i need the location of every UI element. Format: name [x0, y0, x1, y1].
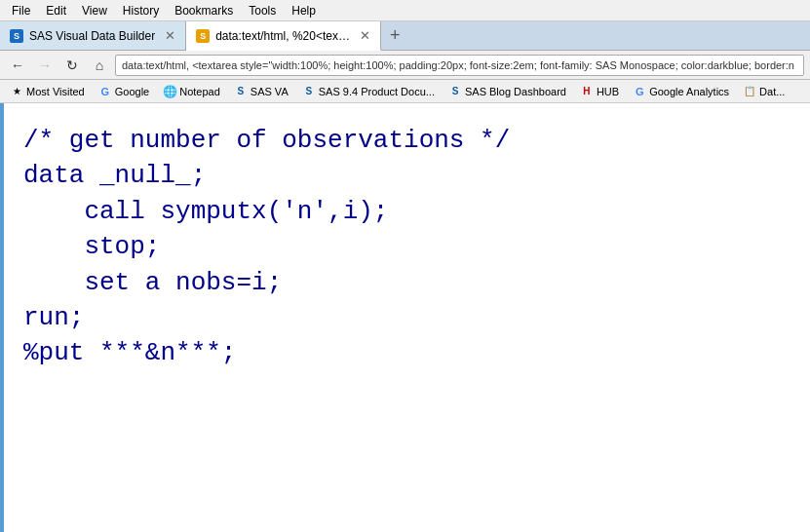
- content-wrapper: [0, 103, 810, 532]
- browser-window: File Edit View History Bookmarks Tools H…: [0, 0, 810, 532]
- bookmark-google-analytics[interactable]: G Google Analytics: [627, 83, 735, 100]
- tab-close-sas[interactable]: ✕: [165, 28, 175, 43]
- tab-data-text[interactable]: S data:text/html, %20<textarea%20... ✕: [186, 21, 381, 51]
- forward-button[interactable]: →: [33, 54, 57, 77]
- tab-close-data[interactable]: ✕: [360, 28, 370, 43]
- tab-sas-visual[interactable]: S SAS Visual Data Builder ✕: [0, 21, 186, 50]
- tab-icon-data: S: [196, 29, 210, 43]
- bookmark-label: Most Visited: [26, 86, 85, 97]
- globe-icon: 🌐: [163, 85, 176, 98]
- tab-label-sas: SAS Visual Data Builder: [29, 29, 155, 43]
- hub-icon: H: [580, 85, 594, 98]
- bookmark-sas-blog[interactable]: S SAS Blog Dashboard: [443, 83, 572, 100]
- menu-bookmarks[interactable]: Bookmarks: [167, 2, 241, 19]
- data-icon: 📋: [743, 85, 756, 98]
- bookmark-label: SAS Blog Dashboard: [465, 86, 566, 97]
- menu-file[interactable]: File: [4, 2, 38, 19]
- bookmark-label: SAS VA: [251, 86, 289, 97]
- tab-icon-sas: S: [10, 29, 23, 43]
- sas-icon-3: S: [448, 85, 462, 98]
- bookmark-hub[interactable]: H HUB: [574, 83, 625, 100]
- tab-bar: S SAS Visual Data Builder ✕ S data:text/…: [0, 21, 810, 51]
- star-icon: ★: [10, 85, 23, 98]
- menu-bar: File Edit View History Bookmarks Tools H…: [0, 0, 810, 21]
- bookmark-sas-94[interactable]: S SAS 9.4 Product Docu...: [296, 83, 441, 100]
- google-icon: G: [98, 85, 112, 98]
- bookmark-label: Dat...: [759, 86, 785, 97]
- menu-history[interactable]: History: [115, 2, 167, 19]
- bookmark-label: Google: [115, 86, 149, 97]
- bookmarks-bar: ★ Most Visited G Google 🌐 Notepad S SAS …: [0, 80, 810, 103]
- bookmark-data[interactable]: 📋 Dat...: [737, 83, 791, 100]
- bookmark-label: HUB: [597, 86, 619, 97]
- bookmark-sas-va[interactable]: S SAS VA: [228, 83, 294, 100]
- menu-tools[interactable]: Tools: [241, 2, 284, 19]
- back-button[interactable]: ←: [6, 54, 29, 77]
- sas-icon: S: [234, 85, 248, 98]
- code-textarea[interactable]: [4, 103, 810, 532]
- new-tab-button[interactable]: +: [381, 21, 408, 50]
- bookmark-notepad[interactable]: 🌐 Notepad: [157, 83, 226, 100]
- bookmark-label: SAS 9.4 Product Docu...: [319, 86, 435, 97]
- tab-label-data: data:text/html, %20<textarea%20...: [215, 29, 350, 43]
- bookmark-google[interactable]: G Google: [93, 83, 155, 100]
- reload-button[interactable]: ↻: [60, 54, 84, 77]
- menu-edit[interactable]: Edit: [38, 2, 74, 19]
- bookmark-most-visited[interactable]: ★ Most Visited: [4, 83, 91, 100]
- menu-help[interactable]: Help: [284, 2, 324, 19]
- sas-icon-2: S: [302, 85, 316, 98]
- bookmark-label: Notepad: [179, 86, 220, 97]
- home-button[interactable]: ⌂: [88, 54, 111, 77]
- address-input[interactable]: [115, 55, 804, 76]
- bookmark-label: Google Analytics: [649, 86, 729, 97]
- browser-content: [0, 103, 810, 532]
- address-bar: ← → ↻ ⌂: [0, 51, 810, 80]
- google-analytics-icon: G: [633, 85, 646, 98]
- menu-view[interactable]: View: [74, 2, 115, 19]
